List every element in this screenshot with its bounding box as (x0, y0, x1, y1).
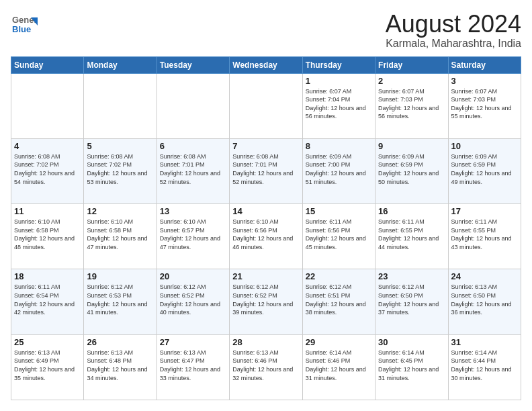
day-number: 29 (306, 337, 372, 347)
table-cell: 8Sunrise: 6:09 AM Sunset: 7:00 PM Daylig… (302, 138, 375, 203)
table-cell: 19Sunrise: 6:12 AM Sunset: 6:53 PM Dayli… (84, 269, 157, 334)
day-number: 4 (14, 141, 81, 151)
table-cell: 30Sunrise: 6:14 AM Sunset: 6:45 PM Dayli… (375, 334, 448, 400)
table-cell: 18Sunrise: 6:11 AM Sunset: 6:54 PM Dayli… (11, 269, 84, 334)
day-info: Sunrise: 6:09 AM Sunset: 7:00 PM Dayligh… (306, 152, 372, 186)
col-tuesday: Tuesday (157, 56, 229, 73)
day-info: Sunrise: 6:10 AM Sunset: 6:58 PM Dayligh… (87, 218, 153, 251)
table-cell: 16Sunrise: 6:11 AM Sunset: 6:55 PM Dayli… (375, 204, 448, 269)
table-cell: 24Sunrise: 6:13 AM Sunset: 6:50 PM Dayli… (448, 269, 521, 334)
calendar-title: August 2024 (386, 11, 521, 38)
day-info: Sunrise: 6:09 AM Sunset: 6:59 PM Dayligh… (378, 152, 445, 186)
day-number: 9 (378, 141, 445, 151)
day-number: 18 (14, 271, 81, 281)
table-cell: 25Sunrise: 6:13 AM Sunset: 6:49 PM Dayli… (11, 334, 84, 400)
col-thursday: Thursday (302, 56, 375, 73)
day-number: 26 (87, 337, 153, 347)
table-cell: 31Sunrise: 6:14 AM Sunset: 6:44 PM Dayli… (448, 334, 521, 400)
week-row-4: 25Sunrise: 6:13 AM Sunset: 6:49 PM Dayli… (11, 334, 521, 400)
day-number: 27 (160, 337, 226, 347)
day-info: Sunrise: 6:13 AM Sunset: 6:49 PM Dayligh… (14, 349, 81, 382)
day-number: 12 (87, 206, 153, 216)
day-number: 1 (306, 76, 372, 86)
table-cell (157, 73, 229, 138)
day-info: Sunrise: 6:11 AM Sunset: 6:55 PM Dayligh… (378, 218, 445, 251)
table-cell (230, 73, 302, 138)
svg-text:Blue: Blue (12, 24, 31, 34)
table-cell: 17Sunrise: 6:11 AM Sunset: 6:55 PM Dayli… (448, 204, 521, 269)
day-info: Sunrise: 6:12 AM Sunset: 6:52 PM Dayligh… (160, 283, 226, 316)
table-cell: 23Sunrise: 6:12 AM Sunset: 6:50 PM Dayli… (375, 269, 448, 334)
day-number: 23 (378, 271, 445, 281)
day-info: Sunrise: 6:10 AM Sunset: 6:56 PM Dayligh… (232, 218, 299, 251)
table-cell: 29Sunrise: 6:14 AM Sunset: 6:46 PM Dayli… (302, 334, 375, 400)
day-info: Sunrise: 6:11 AM Sunset: 6:55 PM Dayligh… (451, 218, 518, 251)
day-info: Sunrise: 6:11 AM Sunset: 6:56 PM Dayligh… (306, 218, 372, 251)
table-cell: 9Sunrise: 6:09 AM Sunset: 6:59 PM Daylig… (375, 138, 448, 203)
day-info: Sunrise: 6:08 AM Sunset: 7:02 PM Dayligh… (14, 152, 81, 186)
table-cell: 14Sunrise: 6:10 AM Sunset: 6:56 PM Dayli… (230, 204, 302, 269)
header: General Blue August 2024 Karmala, Mahara… (11, 11, 521, 50)
calendar-header-row: Sunday Monday Tuesday Wednesday Thursday… (11, 56, 521, 73)
day-number: 6 (160, 141, 226, 151)
day-info: Sunrise: 6:12 AM Sunset: 6:52 PM Dayligh… (232, 283, 299, 316)
day-info: Sunrise: 6:14 AM Sunset: 6:45 PM Dayligh… (378, 349, 445, 382)
week-row-0: 1Sunrise: 6:07 AM Sunset: 7:04 PM Daylig… (11, 73, 521, 138)
day-info: Sunrise: 6:11 AM Sunset: 6:54 PM Dayligh… (14, 283, 81, 316)
day-info: Sunrise: 6:12 AM Sunset: 6:53 PM Dayligh… (87, 283, 153, 316)
day-info: Sunrise: 6:13 AM Sunset: 6:47 PM Dayligh… (160, 349, 226, 382)
week-row-3: 18Sunrise: 6:11 AM Sunset: 6:54 PM Dayli… (11, 269, 521, 334)
day-info: Sunrise: 6:07 AM Sunset: 7:03 PM Dayligh… (451, 87, 518, 121)
day-info: Sunrise: 6:10 AM Sunset: 6:57 PM Dayligh… (160, 218, 226, 251)
table-cell (84, 73, 157, 138)
week-row-2: 11Sunrise: 6:10 AM Sunset: 6:58 PM Dayli… (11, 204, 521, 269)
day-number: 25 (14, 337, 81, 347)
day-number: 13 (160, 206, 226, 216)
day-number: 14 (232, 206, 299, 216)
table-cell (11, 73, 84, 138)
day-number: 20 (160, 271, 226, 281)
table-cell: 11Sunrise: 6:10 AM Sunset: 6:58 PM Dayli… (11, 204, 84, 269)
day-number: 19 (87, 271, 153, 281)
day-number: 28 (232, 337, 299, 347)
day-number: 10 (451, 141, 518, 151)
table-cell: 13Sunrise: 6:10 AM Sunset: 6:57 PM Dayli… (157, 204, 229, 269)
day-number: 31 (451, 337, 518, 347)
table-cell: 21Sunrise: 6:12 AM Sunset: 6:52 PM Dayli… (230, 269, 302, 334)
col-monday: Monday (84, 56, 157, 73)
day-number: 17 (451, 206, 518, 216)
table-cell: 5Sunrise: 6:08 AM Sunset: 7:02 PM Daylig… (84, 138, 157, 203)
logo: General Blue (11, 11, 38, 38)
day-number: 22 (306, 271, 372, 281)
table-cell: 6Sunrise: 6:08 AM Sunset: 7:01 PM Daylig… (157, 138, 229, 203)
table-cell: 2Sunrise: 6:07 AM Sunset: 7:03 PM Daylig… (375, 73, 448, 138)
day-info: Sunrise: 6:14 AM Sunset: 6:46 PM Dayligh… (306, 349, 372, 382)
week-row-1: 4Sunrise: 6:08 AM Sunset: 7:02 PM Daylig… (11, 138, 521, 203)
day-info: Sunrise: 6:09 AM Sunset: 6:59 PM Dayligh… (451, 152, 518, 186)
page: General Blue August 2024 Karmala, Mahara… (0, 0, 532, 411)
table-cell: 28Sunrise: 6:13 AM Sunset: 6:46 PM Dayli… (230, 334, 302, 400)
table-cell: 3Sunrise: 6:07 AM Sunset: 7:03 PM Daylig… (448, 73, 521, 138)
table-cell: 12Sunrise: 6:10 AM Sunset: 6:58 PM Dayli… (84, 204, 157, 269)
table-cell: 10Sunrise: 6:09 AM Sunset: 6:59 PM Dayli… (448, 138, 521, 203)
title-block: August 2024 Karmala, Maharashtra, India (386, 11, 521, 50)
day-number: 15 (306, 206, 372, 216)
logo-icon: General Blue (11, 11, 38, 38)
day-info: Sunrise: 6:14 AM Sunset: 6:44 PM Dayligh… (451, 349, 518, 382)
table-cell: 1Sunrise: 6:07 AM Sunset: 7:04 PM Daylig… (302, 73, 375, 138)
day-number: 3 (451, 76, 518, 86)
table-cell: 26Sunrise: 6:13 AM Sunset: 6:48 PM Dayli… (84, 334, 157, 400)
table-cell: 7Sunrise: 6:08 AM Sunset: 7:01 PM Daylig… (230, 138, 302, 203)
day-number: 8 (306, 141, 372, 151)
table-cell: 4Sunrise: 6:08 AM Sunset: 7:02 PM Daylig… (11, 138, 84, 203)
day-info: Sunrise: 6:07 AM Sunset: 7:04 PM Dayligh… (306, 87, 372, 121)
table-cell: 15Sunrise: 6:11 AM Sunset: 6:56 PM Dayli… (302, 204, 375, 269)
table-cell: 27Sunrise: 6:13 AM Sunset: 6:47 PM Dayli… (157, 334, 229, 400)
day-info: Sunrise: 6:08 AM Sunset: 7:02 PM Dayligh… (87, 152, 153, 186)
calendar-subtitle: Karmala, Maharashtra, India (386, 38, 521, 50)
day-info: Sunrise: 6:12 AM Sunset: 6:51 PM Dayligh… (306, 283, 372, 316)
day-info: Sunrise: 6:10 AM Sunset: 6:58 PM Dayligh… (14, 218, 81, 251)
calendar-table: Sunday Monday Tuesday Wednesday Thursday… (11, 56, 521, 400)
day-number: 21 (232, 271, 299, 281)
day-info: Sunrise: 6:13 AM Sunset: 6:50 PM Dayligh… (451, 283, 518, 316)
